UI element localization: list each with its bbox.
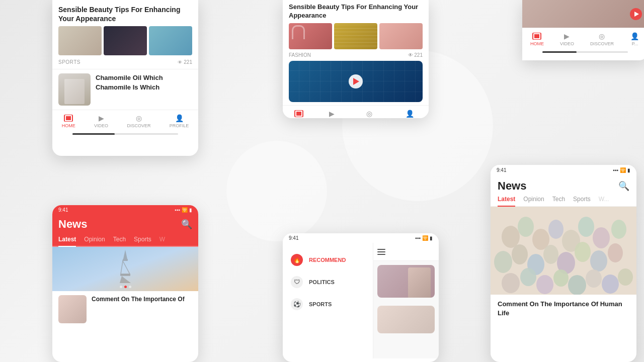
ph2-bottom-nav: HOME ▶ VIDEO ◎ DISCOVER 👤 PROFILE [283,105,429,118]
ph5-sidebar-recommend[interactable]: 🔥 RECOMMEND [283,249,373,271]
ph6-status-bar: 9:41 ▪▪▪ 🛜 ▮ [491,165,636,175]
svg-point-19 [575,242,591,262]
battery-icon: ▮ [189,207,192,213]
ph6-search-icon[interactable]: 🔍 [618,180,629,192]
ph4-tab-opinion[interactable]: Opinion [84,236,105,246]
ph1-article2-title: Chamomile Oil Which Chamomile Is Which [96,73,192,92]
svg-point-12 [593,227,610,248]
ph4-article2-title: Comment On The Importance Of [92,295,185,304]
dot-1 [120,286,122,288]
svg-point-21 [608,243,623,262]
hamburger-icon[interactable] [377,249,385,255]
ph5-status-right: ▪▪▪ 🛜 ▮ [415,235,433,241]
ph5-card-img-1 [377,265,435,298]
eiffel-tower-icon [118,249,132,284]
ph2-nav-discover[interactable]: ◎ DISCOVER [357,110,381,118]
wifi-icon: 🛜 [422,235,428,241]
ph6-tab-tech[interactable]: Tech [552,196,565,206]
svg-point-29 [618,268,633,286]
ph1-nav-profile[interactable]: 👤 PROFILE [170,114,189,128]
ph2-fashion-images [283,23,429,52]
eye-icon [178,59,182,65]
ph2-nav-home[interactable]: HOME [292,110,306,118]
ph4-banner [52,247,198,291]
ph6-tabs: Latest Opinion Tech Sports W... [491,196,636,207]
svg-point-6 [502,226,520,248]
svg-rect-1 [123,259,128,261]
ph4-tab-more[interactable]: W [159,236,165,246]
grid-pattern [289,61,423,102]
profile-icon: 👤 [630,32,640,40]
ph5-main [373,243,439,358]
ph6-tab-latest[interactable]: Latest [498,196,515,207]
ph1-bottom-nav: HOME ▶ VIDEO ◎ DISCOVER 👤 PROFILE [52,110,198,133]
ph3-play-button[interactable] [630,8,642,20]
politics-icon: 🛡 [291,276,303,288]
ph4-tab-latest[interactable]: Latest [58,236,76,247]
ph2-fashion-img-3 [379,23,423,49]
home-icon [532,32,542,40]
svg-point-25 [553,269,569,287]
ph1-sports-row: SPORTS 221 [52,59,198,69]
ph3-video-area [522,0,644,28]
ph1-article1-title: Sensible Beauty Tips For Enhancing Your … [52,0,198,26]
svg-marker-0 [123,250,127,259]
ph5-content: 🔥 RECOMMEND 🛡 POLITICS ⚽ SPORTS [283,243,439,358]
ph2-video-banner [289,61,423,102]
ph2-fashion-row: FASHION 👁 221 [283,52,429,61]
ph3-nav-video[interactable]: ▶ VIDEO [560,32,574,46]
ph1-nav-home[interactable]: HOME [62,114,75,128]
ph5-card-img-2 [377,306,435,333]
ph5-header-bar [373,243,439,261]
ph4-time: 9:41 [58,207,68,213]
phone-3: HOME ▶ VIDEO ◎ DISCOVER 👤 P... [522,0,644,60]
svg-point-15 [512,244,528,264]
ph1-nav-discover[interactable]: ◎ DISCOVER [127,114,150,128]
ph5-sidebar: 🔥 RECOMMEND 🛡 POLITICS ⚽ SPORTS [283,243,373,358]
signal-bars: ▪▪▪ [415,235,421,241]
signal-bars: ▪▪▪ [613,167,618,173]
battery-icon: ▮ [627,167,630,173]
ph6-tab-opinion[interactable]: Opinion [523,196,544,206]
ph4-article2-img [58,295,87,323]
ph4-tab-tech[interactable]: Tech [113,236,126,246]
ph1-img-1 [58,26,102,55]
ph2-nav-profile[interactable]: 👤 PROFILE [400,110,420,118]
svg-point-17 [543,245,558,264]
wifi-icon: 🛜 [182,207,188,213]
discover-icon: ◎ [134,114,144,122]
svg-point-20 [590,250,607,272]
ph1-nav-progress [72,133,178,135]
ph3-nav-discover[interactable]: ◎ DISCOVER [590,32,614,46]
discover-icon: ◎ [597,32,607,40]
ph1-img-3 [149,26,192,55]
ph3-bottom-nav: HOME ▶ VIDEO ◎ DISCOVER 👤 P... [522,28,644,51]
dot-3 [129,286,131,288]
ph4-tab-sports[interactable]: Sports [134,236,151,246]
ph6-tab-more[interactable]: W... [599,196,609,206]
ph2-nav-video[interactable]: ▶ VIDEO [325,110,339,118]
ph4-app-title: News [58,218,87,231]
ph1-article2-img [58,73,91,106]
ph4-tabs: Latest Opinion Tech Sports W [52,236,198,247]
ph3-nav-home[interactable]: HOME [530,32,544,46]
ph5-sidebar-sports[interactable]: ⚽ SPORTS [283,293,373,315]
eggs-svg [491,207,636,295]
ph6-time: 9:41 [497,167,506,173]
svg-point-24 [536,275,553,294]
ph3-nav-profile[interactable]: 👤 P... [630,32,640,46]
svg-point-14 [494,251,512,273]
ph6-tab-sports[interactable]: Sports [573,196,591,206]
ph4-search-icon[interactable]: 🔍 [181,219,192,230]
phone-6: 9:41 ▪▪▪ 🛜 ▮ News 🔍 Latest Opinion Tech … [491,165,636,362]
ph1-nav-video[interactable]: ▶ VIDEO [94,114,108,128]
video-icon: ▶ [327,110,337,118]
profile-icon: 👤 [174,114,184,122]
svg-point-11 [578,217,594,237]
ph6-eggs-image [491,207,636,295]
ph1-view-count: 221 [178,59,192,65]
phone-1: Sensible Beauty Tips For Enhancing Your … [52,0,198,156]
svg-point-23 [520,268,536,286]
ph1-img-2 [104,26,147,55]
ph5-sidebar-politics[interactable]: 🛡 POLITICS [283,271,373,293]
